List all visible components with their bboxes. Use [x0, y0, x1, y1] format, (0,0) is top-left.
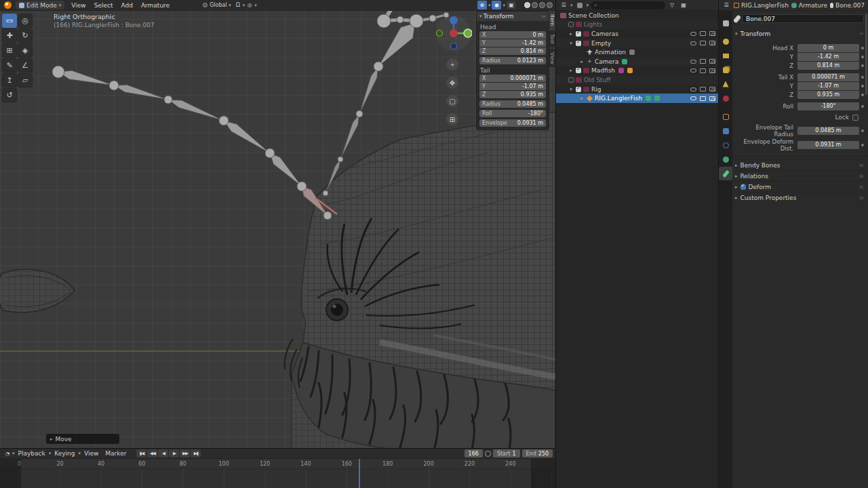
- camera-view-button[interactable]: ▢: [446, 95, 458, 107]
- tail-x-field[interactable]: X0.000071 m: [479, 75, 546, 82]
- roll-field[interactable]: Roll-180°: [479, 110, 546, 117]
- mesh-data-badge[interactable]: [627, 68, 633, 73]
- tool-scale[interactable]: ⊞: [2, 43, 17, 58]
- properties-scrollbar[interactable]: [865, 14, 867, 95]
- disable-viewport-icon[interactable]: [700, 41, 706, 45]
- expand-arrow[interactable]: ▸: [579, 96, 585, 101]
- collection-checkbox[interactable]: [576, 87, 581, 92]
- outliner-row-cameras[interactable]: ▸ Cameras: [556, 29, 718, 39]
- panel-custom-properties[interactable]: ▸ Custom Properties ≡: [735, 192, 864, 203]
- expand-arrow[interactable]: ▸: [568, 68, 574, 73]
- disable-viewport-icon[interactable]: [700, 96, 706, 101]
- tail-y-field[interactable]: -1.07 m: [797, 82, 859, 90]
- disable-render-icon[interactable]: [709, 31, 715, 36]
- tool-annotate[interactable]: ✎: [2, 58, 17, 73]
- small-fish-mesh[interactable]: [0, 269, 75, 312]
- hide-viewport-icon[interactable]: [690, 87, 696, 92]
- disable-render-icon[interactable]: [709, 68, 715, 73]
- sidebar-tab-item[interactable]: Item: [549, 11, 555, 29]
- panel-collapse-arrow[interactable]: ▾: [735, 31, 738, 37]
- roll-field[interactable]: -180°: [797, 102, 859, 110]
- hide-viewport-icon[interactable]: [690, 41, 696, 45]
- timeline-ruler[interactable]: 020406080100120140160180200220240: [0, 459, 555, 469]
- gizmo-dropdown[interactable]: ▾: [488, 3, 491, 8]
- camera-data-badge[interactable]: [622, 59, 627, 64]
- gizmo-z-axis[interactable]: [450, 16, 458, 24]
- animate-dot[interactable]: [861, 76, 864, 79]
- panel-deform[interactable]: ▸ Deform ≡: [735, 181, 864, 192]
- outliner-row-rig[interactable]: ▾ Rig: [556, 85, 718, 94]
- sidebar-tab-view[interactable]: View: [549, 49, 555, 68]
- animate-dot[interactable]: [861, 94, 864, 96]
- hide-viewport-icon[interactable]: [690, 32, 696, 36]
- envelope-field[interactable]: Envelope0.0931 m: [479, 119, 546, 127]
- pan-hand-button[interactable]: ✥: [446, 77, 458, 89]
- disable-render-icon[interactable]: [709, 41, 715, 45]
- disable-render-icon[interactable]: [709, 59, 715, 64]
- new-collection-button[interactable]: ▦: [679, 1, 688, 9]
- head-y-field[interactable]: -1.42 m: [797, 53, 859, 61]
- timeline-tracks[interactable]: [0, 469, 555, 488]
- expand-arrow[interactable]: ▸: [579, 59, 585, 64]
- head-x-field[interactable]: 0 m: [797, 44, 859, 52]
- collection-checkbox[interactable]: [576, 41, 581, 46]
- anglerfish-mesh[interactable]: [285, 112, 555, 448]
- armature-data-badge[interactable]: [654, 96, 660, 101]
- snap-magnet-toggle[interactable]: Ω: [233, 1, 243, 9]
- head-x-field[interactable]: X0 m: [479, 31, 546, 39]
- deform-checkbox[interactable]: [741, 184, 746, 190]
- expand-arrow[interactable]: ▸: [568, 31, 574, 37]
- hide-viewport-icon[interactable]: [690, 96, 696, 100]
- menu-view[interactable]: View: [81, 450, 102, 457]
- tool-cursor[interactable]: ◎: [18, 14, 33, 28]
- tail-z-field[interactable]: Z0.935 m: [479, 91, 546, 98]
- animate-dot[interactable]: [861, 47, 864, 49]
- properties-editor-type-icon[interactable]: ☰: [722, 1, 731, 9]
- panel-relations[interactable]: ▸ Relations ≡: [735, 170, 864, 181]
- proportional-dropdown[interactable]: ▾: [254, 3, 257, 8]
- properties-tab-tool[interactable]: [719, 16, 732, 30]
- panel-grip-icon[interactable]: ≡: [541, 14, 546, 20]
- tail-radius-field[interactable]: Radius0.0485 m: [479, 100, 546, 108]
- properties-tab-render[interactable]: [719, 35, 732, 48]
- playhead-line[interactable]: [359, 459, 360, 488]
- shading-solid-button[interactable]: [532, 2, 538, 8]
- menu-view[interactable]: View: [67, 0, 90, 11]
- outliner-row-lights[interactable]: Lights: [556, 20, 718, 30]
- play-button[interactable]: ▶: [169, 449, 179, 458]
- mode-dropdown[interactable]: Edit Mode ▾: [16, 1, 64, 9]
- operator-panel-move[interactable]: ▸ Move: [46, 434, 119, 444]
- breadcrumb-armature-data[interactable]: Armature: [791, 2, 827, 9]
- shading-material-button[interactable]: [539, 2, 545, 8]
- gizmo-y-axis[interactable]: [464, 29, 472, 37]
- menu-marker[interactable]: Marker: [102, 450, 130, 457]
- properties-tab-physics[interactable]: [719, 138, 732, 152]
- animate-dot[interactable]: [861, 129, 864, 132]
- disable-viewport-icon[interactable]: [700, 31, 706, 36]
- properties-tab-output[interactable]: [719, 49, 732, 62]
- outliner-row-old-stuff[interactable]: Old Stuff: [556, 75, 718, 85]
- ortho-toggle-button[interactable]: ⊞: [446, 113, 458, 125]
- hide-viewport-icon[interactable]: [690, 68, 696, 73]
- animate-dot[interactable]: [861, 64, 864, 67]
- outliner-row-rig-langlerfish[interactable]: ▸ RIG.LanglerFish: [556, 94, 718, 103]
- animate-dot[interactable]: [861, 144, 864, 146]
- envelope-tail-radius-field[interactable]: 0.0485 m: [797, 127, 859, 135]
- filter-icon[interactable]: ▽: [667, 1, 677, 9]
- bone-name-field[interactable]: Bone.007: [742, 14, 864, 23]
- menu-add[interactable]: Add: [117, 0, 136, 11]
- animate-dot[interactable]: [861, 56, 864, 58]
- head-y-field[interactable]: Y-1.42 m: [479, 39, 546, 47]
- jump-to-end-button[interactable]: ▶▮: [191, 449, 201, 458]
- gizmo-y-neg-axis[interactable]: [437, 30, 443, 37]
- xray-toggle[interactable]: ▣: [507, 1, 516, 9]
- menu-armature[interactable]: Armature: [137, 0, 174, 11]
- properties-tab-bone[interactable]: [719, 167, 732, 180]
- viewport-canvas[interactable]: [0, 0, 555, 448]
- outliner-display-mode[interactable]: [575, 1, 585, 9]
- disable-viewport-icon[interactable]: [700, 68, 706, 73]
- disable-render-icon[interactable]: [709, 87, 715, 92]
- tail-y-field[interactable]: Y-1.07 m: [479, 83, 546, 90]
- show-gizmo-toggle[interactable]: ⊕: [477, 1, 487, 9]
- tail-x-field[interactable]: 0.000071 m: [797, 73, 859, 81]
